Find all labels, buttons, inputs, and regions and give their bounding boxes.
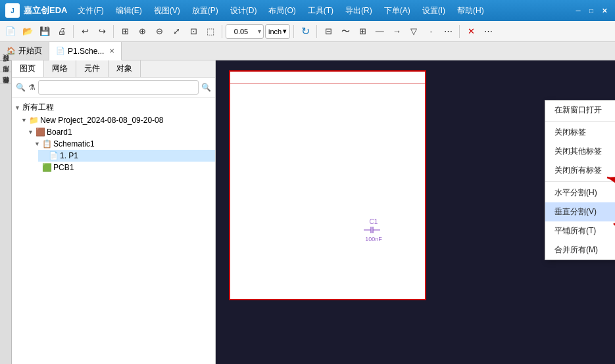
close-button[interactable]: ✕ bbox=[599, 5, 610, 16]
menu-open-new-window[interactable]: 在新窗口打开 bbox=[545, 101, 615, 120]
tree-label-schematic1: Schematic1 bbox=[53, 139, 95, 148]
unit-dropdown-arrow: ▾ bbox=[283, 27, 287, 35]
panel-tab-page[interactable]: 图页 bbox=[12, 60, 44, 77]
save-button[interactable]: 💾 bbox=[37, 24, 53, 39]
print-button[interactable]: 🖨 bbox=[54, 24, 70, 39]
wave-button[interactable]: 〜 bbox=[337, 24, 353, 39]
menu-tile-all[interactable]: 平铺所有(T) bbox=[545, 221, 615, 240]
tree-arrow-all-projects: ▼ bbox=[14, 104, 21, 111]
close-x-button[interactable]: ✕ bbox=[463, 24, 479, 39]
zoom-input[interactable] bbox=[226, 25, 256, 38]
zoom-dropdown-arrow[interactable]: ▾ bbox=[256, 28, 263, 35]
label-standardization[interactable]: 器件标准化 bbox=[0, 83, 11, 94]
menu-close-other-tabs[interactable]: 关闭其他标签 bbox=[545, 142, 615, 161]
component-value: 100nF bbox=[364, 236, 383, 242]
schematic-sheet bbox=[229, 70, 426, 300]
undo-button[interactable]: ↩ bbox=[77, 24, 93, 39]
zoom-out-button[interactable]: ⊖ bbox=[151, 24, 167, 39]
filter-icon[interactable]: ⚗ bbox=[28, 83, 36, 92]
panel-tab-object[interactable]: 对象 bbox=[109, 60, 141, 77]
component-label: C1 bbox=[364, 218, 383, 225]
unit-dropdown[interactable]: inch ▾ bbox=[265, 24, 290, 39]
menu-file[interactable]: 文件(F) bbox=[72, 4, 109, 18]
canvas-area[interactable]: C1 100nF U·4·U U·4·U 在新窗口打开 关闭标签 Shift+` bbox=[216, 60, 615, 364]
menu-layout[interactable]: 布局(O) bbox=[263, 4, 301, 18]
zoom-select-button[interactable]: ⊡ bbox=[185, 24, 201, 39]
menu-order[interactable]: 下单(A) bbox=[379, 4, 416, 18]
zoom-box-button[interactable]: ⬚ bbox=[203, 24, 218, 39]
panel-search-bar: 🔍 ⚗ 🔍 bbox=[12, 78, 215, 98]
label-project-design[interactable]: 工程设计 bbox=[0, 60, 11, 72]
page-icon: 📄 bbox=[49, 151, 59, 160]
tree-item-p1[interactable]: 📄 1. P1 bbox=[38, 150, 215, 162]
menu-export[interactable]: 导出(R) bbox=[340, 4, 378, 18]
menu-view[interactable]: 视图(V) bbox=[149, 4, 185, 18]
tab-home-label: 开始页 bbox=[18, 45, 42, 57]
menu-close-other-tabs-label: 关闭其他标签 bbox=[554, 146, 602, 157]
panel-tab-component[interactable]: 元件 bbox=[76, 60, 109, 77]
main-area: 工程设计 常用库 器件标准化 图页 网络 元件 对象 🔍 ⚗ 🔍 ▼ 所有工程 … bbox=[0, 60, 615, 364]
menu-split-horizontal-label: 水平分割(H) bbox=[554, 187, 597, 198]
zoom-in-button[interactable]: ⊕ bbox=[134, 24, 150, 39]
tab-schematic-icon: 📄 bbox=[56, 47, 65, 55]
redo-button[interactable]: ↪ bbox=[94, 24, 110, 39]
minimize-button[interactable]: ─ bbox=[573, 5, 583, 16]
tab-schematic-label: P1.Sche... bbox=[68, 47, 104, 56]
tree-item-all-projects[interactable]: ▼ 所有工程 bbox=[12, 101, 215, 114]
app-title: 嘉立创EDA bbox=[24, 5, 67, 16]
app-logo: J 嘉立创EDA bbox=[5, 3, 67, 18]
pcb-icon: 🟩 bbox=[42, 163, 52, 172]
refresh-button[interactable]: ↻ bbox=[297, 24, 313, 39]
menu-merge-all[interactable]: 合并所有(M) bbox=[545, 240, 615, 260]
line-button[interactable]: — bbox=[372, 24, 387, 39]
menu-help[interactable]: 帮助(H) bbox=[452, 4, 489, 18]
title-bar: J 嘉立创EDA 文件(F) 编辑(E) 视图(V) 放置(P) 设计(D) 布… bbox=[0, 0, 615, 21]
tree-item-new-project[interactable]: ▼ 📁 New Project_2024-08-08_09-20-08 bbox=[18, 114, 215, 126]
menu-split-horizontal[interactable]: 水平分割(H) bbox=[545, 183, 615, 202]
unit-value: inch bbox=[268, 28, 282, 35]
tree-item-schematic1[interactable]: ▼ 📋 Schematic1 bbox=[32, 138, 215, 150]
open-button[interactable]: 📂 bbox=[20, 24, 36, 39]
panel-tab-network[interactable]: 网络 bbox=[44, 60, 76, 77]
zoom-fit-button[interactable]: ⤢ bbox=[168, 24, 184, 39]
tab-bar: 🏠 开始页 📄 P1.Sche... ✕ bbox=[0, 42, 615, 60]
menu-design[interactable]: 设计(D) bbox=[225, 4, 262, 18]
left-labels-sidebar: 工程设计 常用库 器件标准化 bbox=[0, 60, 12, 364]
grid-button[interactable]: ⊞ bbox=[117, 24, 133, 39]
search-input[interactable] bbox=[38, 80, 199, 95]
maximize-button[interactable]: □ bbox=[586, 5, 597, 16]
arrow-button[interactable]: → bbox=[389, 24, 405, 39]
menu-split-vertical[interactable]: 垂直分割(V) bbox=[545, 202, 615, 221]
tree-label-all-projects: 所有工程 bbox=[22, 102, 54, 113]
triangle-button[interactable]: ▽ bbox=[406, 24, 422, 39]
context-menu: 在新窗口打开 关闭标签 Shift+` 关闭其他标签 关闭所有标签 Ctrl+S… bbox=[545, 100, 615, 260]
zoom-value-group: ▾ bbox=[226, 24, 264, 39]
more2-button[interactable]: ⋯ bbox=[480, 24, 496, 39]
dot-button[interactable]: · bbox=[423, 24, 439, 39]
tree-label-pcb1: PCB1 bbox=[53, 163, 74, 172]
label-common-lib[interactable]: 常用库 bbox=[0, 72, 11, 83]
tree-item-board1[interactable]: ▼ 🟫 Board1 bbox=[25, 126, 215, 138]
component-c1[interactable]: C1 100nF bbox=[364, 218, 383, 242]
tab-home[interactable]: 🏠 开始页 bbox=[0, 42, 49, 60]
menu-place[interactable]: 放置(P) bbox=[187, 4, 224, 18]
menu-settings[interactable]: 设置(I) bbox=[417, 4, 451, 18]
menu-tools[interactable]: 工具(T) bbox=[303, 4, 339, 18]
tab-close-button[interactable]: ✕ bbox=[109, 47, 114, 55]
menu-close-all-tabs[interactable]: 关闭所有标签 Ctrl+Shift+` bbox=[545, 161, 615, 180]
panel: 图页 网络 元件 对象 🔍 ⚗ 🔍 ▼ 所有工程 ▼ 📁 New Project… bbox=[12, 60, 216, 364]
align-left-button[interactable]: ⊟ bbox=[320, 24, 336, 39]
board-icon: 🟫 bbox=[36, 127, 45, 137]
tree-arrow-board1: ▼ bbox=[28, 129, 34, 135]
menu-close-tab[interactable]: 关闭标签 Shift+` bbox=[545, 123, 615, 142]
menu-split-vertical-label: 垂直分割(V) bbox=[554, 206, 597, 217]
capacitor-symbol bbox=[364, 225, 383, 235]
more-button[interactable]: ⋯ bbox=[440, 24, 456, 39]
tree-label-p1: 1. P1 bbox=[60, 151, 78, 160]
connect-button[interactable]: ⊞ bbox=[355, 24, 370, 39]
new-button[interactable]: 📄 bbox=[3, 24, 18, 39]
tree-item-pcb1[interactable]: 🟩 PCB1 bbox=[32, 162, 215, 173]
search-submit-icon[interactable]: 🔍 bbox=[201, 83, 211, 92]
tab-schematic[interactable]: 📄 P1.Sche... ✕ bbox=[49, 42, 122, 60]
menu-edit[interactable]: 编辑(E) bbox=[111, 4, 147, 18]
